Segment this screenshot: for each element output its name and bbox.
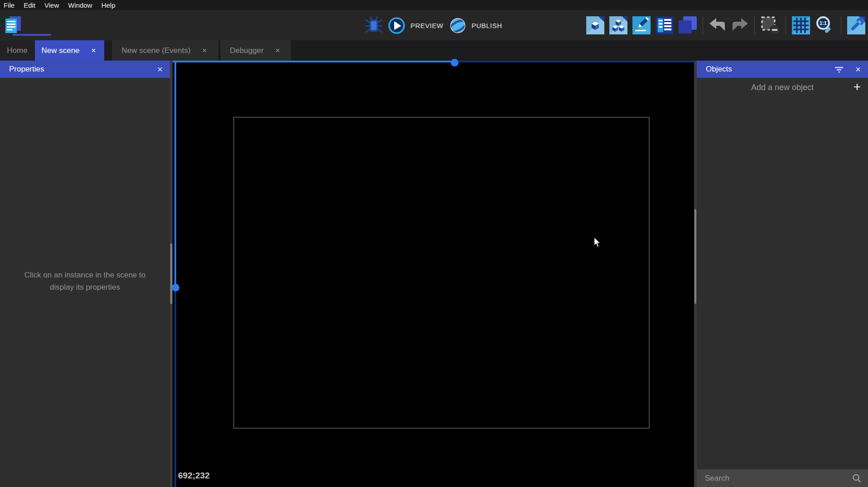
canvas-vscrollbar-rest[interactable]: [174, 287, 176, 487]
layers-icon: [679, 16, 697, 34]
add-object-button[interactable]: Add a new object +: [697, 78, 868, 97]
objects-panel-title: Objects: [706, 65, 834, 74]
debug-button[interactable]: [365, 16, 382, 35]
properties-panel-title: Properties: [9, 65, 157, 74]
menu-file[interactable]: File: [4, 1, 14, 9]
preview-label: PREVIEW: [410, 22, 444, 29]
tab-label: Debugger: [230, 46, 264, 55]
instances-list-button[interactable]: [656, 16, 674, 34]
svg-text:1:1: 1:1: [820, 20, 827, 26]
project-manager-icon: [4, 15, 22, 34]
zoom-1-1-icon: 1:1: [815, 15, 835, 35]
plus-icon[interactable]: +: [854, 79, 861, 95]
tab-label: Home: [7, 46, 27, 55]
tab-new-scene[interactable]: New scene ×: [35, 40, 104, 61]
undo-button[interactable]: [709, 18, 726, 33]
pencil-square-icon: [632, 16, 651, 34]
search-icon: [852, 473, 862, 483]
object-page-icon: [586, 16, 604, 34]
canvas-hscrollbar-active[interactable]: [173, 61, 454, 62]
properties-scrollbar-thumb[interactable]: [170, 244, 172, 304]
tab-home[interactable]: Home: [0, 40, 34, 61]
wrench-icon: [847, 16, 865, 34]
menu-view[interactable]: View: [44, 1, 59, 9]
redo-button[interactable]: [731, 18, 748, 33]
properties-empty-message: Click on an instance in the scene to dis…: [17, 269, 153, 293]
grid-button[interactable]: [792, 16, 810, 34]
properties-close-button[interactable]: ×: [157, 65, 163, 74]
scene-settings-button[interactable]: [847, 16, 865, 34]
canvas-hscrollbar-rest[interactable]: [454, 61, 694, 62]
object-groups-icon: [609, 16, 627, 34]
publish-label: PUBLISH: [472, 22, 502, 29]
toolbar-separator: [786, 16, 786, 34]
tab-debugger[interactable]: Debugger ×: [221, 40, 291, 61]
mouse-cursor: [594, 237, 601, 248]
objects-close-button[interactable]: ×: [855, 65, 861, 74]
redo-arrow-icon: [731, 18, 748, 33]
object-groups-button[interactable]: [609, 16, 627, 34]
toolbar-active-indicator: [13, 34, 51, 36]
menu-help[interactable]: Help: [101, 1, 116, 9]
objects-search-bar: [697, 469, 868, 487]
objects-scrollbar-thumb[interactable]: [694, 209, 696, 304]
tab-new-scene-events[interactable]: New scene (Events) ×: [112, 40, 218, 61]
toolbar: PREVIEW PUBLISH: [0, 10, 868, 40]
toolbar-separator: [703, 16, 703, 34]
play-icon: [388, 17, 405, 34]
bug-icon: [365, 16, 382, 35]
publish-globe-icon: [449, 17, 466, 34]
selection-mask-button[interactable]: [761, 16, 780, 35]
add-object-label: Add a new object: [751, 83, 814, 92]
canvas-vscrollbar-thumb[interactable]: [172, 284, 179, 291]
objects-search-input[interactable]: [697, 474, 852, 483]
list-icon: [656, 16, 674, 34]
tab-close-icon[interactable]: ×: [201, 46, 209, 55]
menu-bar: File Edit View Window Help: [0, 0, 868, 10]
undo-arrow-icon: [709, 18, 726, 33]
objects-panel-header: Objects ×: [697, 61, 868, 78]
zoom-reset-button[interactable]: 1:1: [815, 15, 835, 35]
toolbar-center-group: PREVIEW PUBLISH: [365, 15, 502, 35]
canvas-vscrollbar-active[interactable]: [174, 61, 176, 287]
selection-mask-icon: [761, 16, 780, 35]
scene-canvas[interactable]: 692;232: [173, 61, 694, 487]
menu-edit[interactable]: Edit: [24, 1, 35, 9]
grid-icon: [792, 16, 810, 34]
project-manager-button[interactable]: [4, 15, 23, 35]
publish-button[interactable]: PUBLISH: [449, 17, 502, 34]
properties-panel-header: Properties ×: [0, 61, 170, 78]
canvas-hscrollbar-thumb[interactable]: [451, 59, 458, 67]
main-area: Properties × Click on an instance in the…: [0, 61, 868, 487]
layers-editor-button[interactable]: [679, 16, 697, 34]
objects-panel: Objects × Add a new object +: [697, 61, 868, 487]
toolbar-right-group: 1:1: [586, 15, 865, 35]
tab-label: New scene (Events): [121, 46, 190, 55]
objects-editor-button[interactable]: [586, 16, 604, 34]
filter-icon[interactable]: [834, 66, 844, 73]
toolbar-separator: [754, 16, 755, 34]
tab-close-icon[interactable]: ×: [274, 46, 282, 55]
cursor-coordinates-label: 692;232: [178, 471, 210, 481]
game-window-boundary: [233, 117, 650, 429]
menu-window[interactable]: Window: [68, 1, 92, 9]
editor-tab-bar: Home New scene × New scene (Events) × De…: [0, 40, 868, 61]
edit-scene-button[interactable]: [632, 16, 651, 34]
tab-label: New scene: [41, 46, 79, 55]
tab-close-icon[interactable]: ×: [90, 46, 98, 55]
toolbar-separator: [841, 16, 841, 34]
properties-panel: Properties × Click on an instance in the…: [0, 61, 170, 487]
preview-button[interactable]: PREVIEW: [388, 17, 444, 34]
